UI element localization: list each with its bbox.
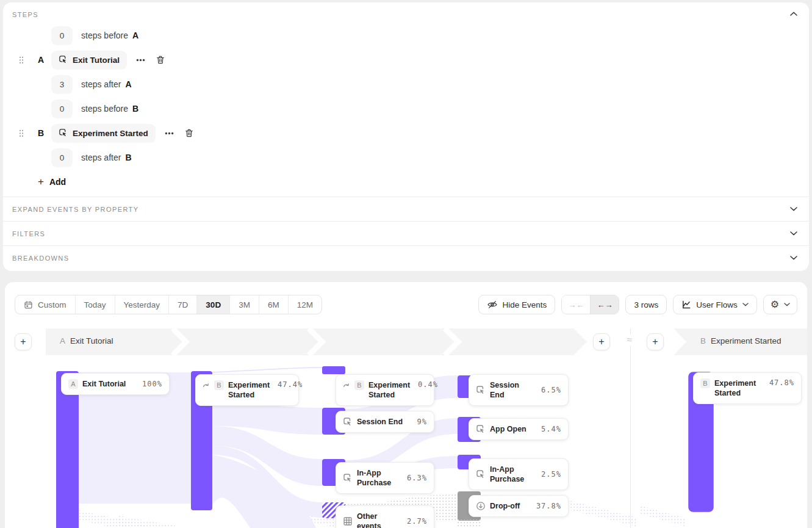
node-bar-drop-off-fade bbox=[458, 519, 481, 528]
node-card-exit-tutorial[interactable]: A Exit Tutorial 100% bbox=[61, 373, 170, 395]
steps-before-b-ref: B bbox=[132, 104, 138, 114]
repeat-arrow-icon bbox=[203, 380, 210, 388]
range-6m[interactable]: 6M bbox=[259, 295, 288, 314]
settings-dropdown[interactable]: ⚙ bbox=[763, 295, 797, 314]
hide-events-button[interactable]: Hide Events bbox=[478, 295, 556, 314]
range-today[interactable]: Today bbox=[75, 295, 115, 314]
range-label: 7D bbox=[178, 300, 188, 309]
steps-before-a-count-input[interactable] bbox=[51, 26, 73, 45]
event-click-icon bbox=[343, 417, 353, 427]
node-card-drop-off[interactable]: Drop-off 37.8% bbox=[469, 495, 569, 517]
node-bar-experiment-started-04[interactable] bbox=[322, 366, 345, 374]
step-letter-badge: B bbox=[214, 380, 224, 390]
steps-after-a-row: steps after A bbox=[3, 72, 809, 96]
steps-collapse-chevron-icon[interactable] bbox=[790, 12, 797, 16]
step-a-more-options-icon[interactable] bbox=[136, 59, 145, 62]
node-card-in-app-purchase-63[interactable]: In-App Purchase 6.3% bbox=[336, 462, 434, 494]
range-label: 3M bbox=[239, 300, 250, 309]
node-card-experiment-started-47[interactable]: B Experiment Started 47.4% bbox=[195, 374, 299, 406]
rows-count-button[interactable]: 3 rows bbox=[625, 295, 667, 314]
range-custom[interactable]: Custom bbox=[15, 295, 75, 314]
step-letter: B bbox=[700, 336, 706, 345]
node-percent: 47.4% bbox=[274, 380, 303, 389]
node-card-in-app-purchase-25[interactable]: In-App Purchase 2.5% bbox=[469, 458, 569, 490]
steps-before-b-count-input[interactable] bbox=[51, 99, 73, 118]
step-b-delete-icon[interactable] bbox=[184, 128, 194, 138]
event-click-icon bbox=[59, 128, 68, 137]
range-12m[interactable]: 12M bbox=[288, 295, 322, 314]
range-yesterday[interactable]: Yesterday bbox=[115, 295, 169, 314]
steps-before-b-row: steps before B bbox=[3, 96, 809, 121]
expand-columns-button[interactable]: ←→ bbox=[590, 295, 619, 314]
node-card-other-events[interactable]: Other events 2.7% bbox=[336, 505, 434, 528]
gear-icon: ⚙ bbox=[771, 300, 779, 309]
node-card-session-end-9[interactable]: Session End 9% bbox=[336, 411, 434, 433]
range-30d-selected[interactable]: 30D bbox=[196, 295, 229, 314]
collapse-columns-button[interactable]: →← bbox=[562, 295, 590, 314]
plus-icon: + bbox=[38, 176, 44, 188]
step-a-delete-icon[interactable] bbox=[156, 55, 165, 65]
add-step-button[interactable]: + Add bbox=[3, 170, 809, 194]
step-b-letter: B bbox=[38, 128, 45, 138]
steps-after-a-label: steps after bbox=[81, 79, 121, 89]
section-breakdowns[interactable]: BREAKDOWNS bbox=[3, 245, 809, 270]
range-7d[interactable]: 7D bbox=[168, 295, 196, 314]
node-label: In-App Purchase bbox=[357, 468, 399, 488]
node-label: Experiment Started bbox=[368, 380, 410, 400]
chevron-down-icon bbox=[790, 256, 797, 260]
add-column-middle-left-button[interactable]: + bbox=[593, 333, 610, 350]
step-a-letter: A bbox=[38, 55, 45, 65]
event-click-icon bbox=[343, 473, 353, 483]
steps-after-b-count-input[interactable] bbox=[51, 148, 73, 167]
node-percent: 5.4% bbox=[537, 425, 561, 433]
node-label: Session End bbox=[357, 417, 403, 427]
section-filters[interactable]: FILTERS bbox=[3, 221, 809, 245]
collapsed-sections: EXPAND EVENTS BY PROPERTY FILTERS BREAKD… bbox=[3, 197, 809, 270]
steps-after-a-count-input[interactable] bbox=[51, 75, 73, 94]
flow-thin-to-experiment-started bbox=[212, 367, 322, 372]
faded-flow-stream bbox=[119, 516, 220, 528]
grid-icon bbox=[343, 516, 353, 526]
steps-rows: steps before A A Exit Tutorial step bbox=[3, 23, 809, 194]
drag-handle-icon[interactable] bbox=[19, 56, 24, 64]
chevron-down-icon bbox=[784, 303, 790, 306]
node-card-app-open[interactable]: App Open 5.4% bbox=[469, 418, 569, 440]
node-card-session-end-65[interactable]: Session End 6.5% bbox=[469, 374, 569, 406]
node-percent: 6.3% bbox=[403, 474, 427, 482]
step-b-more-options-icon[interactable] bbox=[165, 132, 174, 135]
node-percent: 47.8% bbox=[766, 378, 794, 387]
drag-handle-icon[interactable] bbox=[19, 129, 24, 137]
steps-panel: STEPS steps before A A Exit Tutorial bbox=[3, 2, 809, 271]
node-percent: 100% bbox=[138, 380, 162, 388]
step-letter-badge: B bbox=[354, 380, 364, 390]
chevron-down-icon bbox=[790, 231, 797, 236]
add-column-left-button[interactable]: + bbox=[15, 333, 32, 350]
section-label: BREAKDOWNS bbox=[12, 255, 69, 262]
range-label: Today bbox=[84, 300, 106, 309]
view-selector-dropdown[interactable]: User Flows bbox=[673, 295, 757, 314]
steps-before-a-row: steps before A bbox=[3, 23, 809, 48]
step-a-banner-label: A Exit Tutorial bbox=[60, 336, 113, 345]
section-label: EXPAND EVENTS BY PROPERTY bbox=[12, 206, 138, 213]
step-a-event-pill[interactable]: Exit Tutorial bbox=[51, 51, 127, 70]
step-a-row: A Exit Tutorial bbox=[3, 48, 809, 72]
steps-panel-title: STEPS bbox=[12, 11, 38, 18]
date-range-selector: Custom Today Yesterday 7D 30D 3M 6M 12M bbox=[15, 295, 322, 314]
node-card-experiment-started-478[interactable]: B Experiment Started 47.8% bbox=[693, 372, 802, 404]
step-b-event-label: Experiment Started bbox=[73, 129, 148, 138]
step-event-name: Experiment Started bbox=[711, 336, 781, 345]
step-b-event-pill[interactable]: Experiment Started bbox=[51, 124, 156, 143]
node-label: Experiment Started bbox=[714, 378, 761, 398]
section-expand-events-by-property[interactable]: EXPAND EVENTS BY PROPERTY bbox=[3, 197, 809, 221]
hide-events-label: Hide Events bbox=[503, 300, 547, 309]
node-percent: 2.7% bbox=[403, 517, 427, 526]
node-percent: 37.8% bbox=[533, 502, 561, 510]
add-column-middle-right-button[interactable]: + bbox=[647, 333, 664, 350]
range-3m[interactable]: 3M bbox=[229, 295, 259, 314]
node-label: Exit Tutorial bbox=[82, 379, 126, 389]
steps-after-b-row: steps after B bbox=[3, 145, 809, 170]
faded-flow-stream bbox=[564, 499, 638, 527]
step-a-event-label: Exit Tutorial bbox=[73, 56, 120, 65]
node-card-experiment-started-04[interactable]: B Experiment Started 0.4% bbox=[336, 374, 434, 406]
node-label: Session End bbox=[490, 380, 533, 400]
